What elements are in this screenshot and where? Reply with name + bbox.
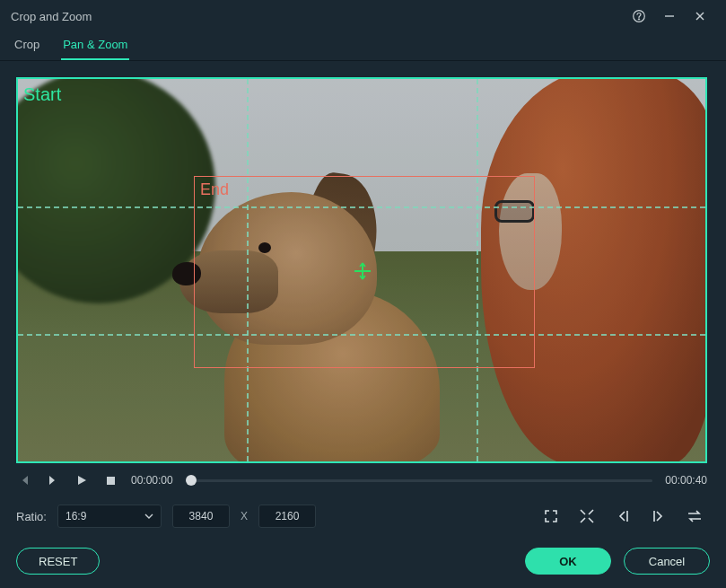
align-end-icon xyxy=(651,508,667,524)
window-title: Crop and Zoom xyxy=(11,10,92,23)
center-icon xyxy=(579,508,595,524)
chevron-down-icon xyxy=(144,512,153,521)
footer: RESET OK Cancel xyxy=(0,528,726,588)
align-end-button[interactable] xyxy=(646,505,671,527)
minimize-button[interactable] xyxy=(654,0,685,32)
next-frame-button[interactable] xyxy=(45,472,61,488)
dimension-separator: X xyxy=(241,510,248,522)
width-input[interactable]: 3840 xyxy=(172,505,230,528)
reset-button[interactable]: RESET xyxy=(16,548,100,575)
tab-pan-zoom[interactable]: Pan & Zoom xyxy=(61,32,129,60)
tab-bar: Crop Pan & Zoom xyxy=(0,32,726,61)
stop-button[interactable] xyxy=(102,472,118,488)
ratio-row: Ratio: 16:9 3840 X 2160 xyxy=(16,505,707,528)
prev-frame-button[interactable] xyxy=(16,472,32,488)
swap-button[interactable] xyxy=(682,505,707,527)
height-input[interactable]: 2160 xyxy=(258,505,316,528)
swap-icon xyxy=(686,508,704,524)
total-time: 00:00:40 xyxy=(665,474,707,487)
close-button[interactable] xyxy=(685,0,715,32)
start-handle-bl[interactable] xyxy=(16,449,31,463)
help-button[interactable] xyxy=(624,0,654,32)
playback-bar: 00:00:00 00:00:40 xyxy=(16,472,707,488)
ok-button[interactable]: OK xyxy=(525,548,611,575)
tab-crop[interactable]: Crop xyxy=(13,32,41,60)
cancel-button[interactable]: Cancel xyxy=(624,548,710,575)
ratio-label: Ratio: xyxy=(16,510,47,523)
current-time: 00:00:00 xyxy=(131,474,173,487)
end-frame-label: End xyxy=(200,180,229,199)
play-button[interactable] xyxy=(74,472,90,488)
svg-point-1 xyxy=(638,19,639,20)
titlebar: Crop and Zoom xyxy=(0,0,726,32)
align-start-icon xyxy=(615,508,631,524)
fit-icon xyxy=(543,508,559,524)
fit-button[interactable] xyxy=(538,505,564,527)
svg-rect-5 xyxy=(107,477,115,485)
timeline-slider[interactable] xyxy=(186,473,653,487)
center-marker-icon xyxy=(353,261,371,279)
ratio-value: 16:9 xyxy=(66,510,86,522)
preview-start-frame[interactable]: Start End xyxy=(16,77,707,463)
ratio-select[interactable]: 16:9 xyxy=(57,505,162,528)
start-handle-tr[interactable] xyxy=(693,77,707,92)
center-button[interactable] xyxy=(574,505,599,527)
start-handle-br[interactable] xyxy=(693,449,707,463)
timeline-thumb[interactable] xyxy=(186,475,197,486)
start-handle-tl[interactable] xyxy=(16,77,31,92)
align-start-button[interactable] xyxy=(610,505,635,527)
